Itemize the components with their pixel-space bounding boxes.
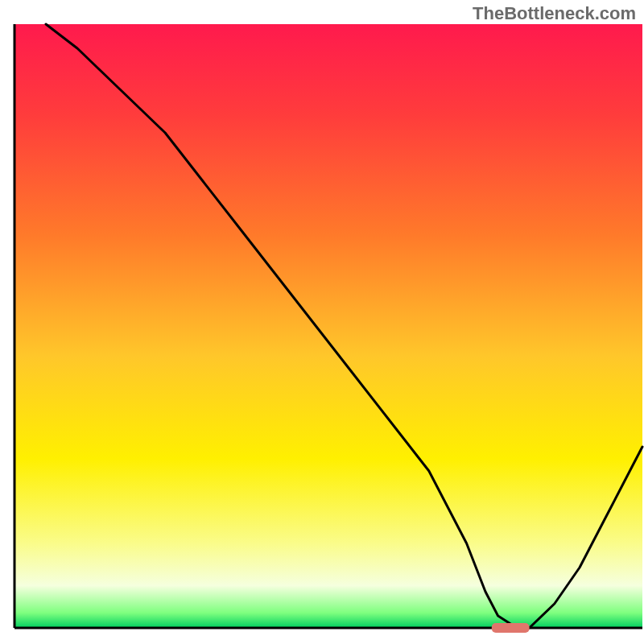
watermark-text: TheBottleneck.com <box>473 3 636 24</box>
chart-svg <box>0 0 644 644</box>
optimal-marker <box>492 623 530 633</box>
bottleneck-chart: TheBottleneck.com <box>0 0 644 644</box>
plot-background <box>14 24 642 628</box>
